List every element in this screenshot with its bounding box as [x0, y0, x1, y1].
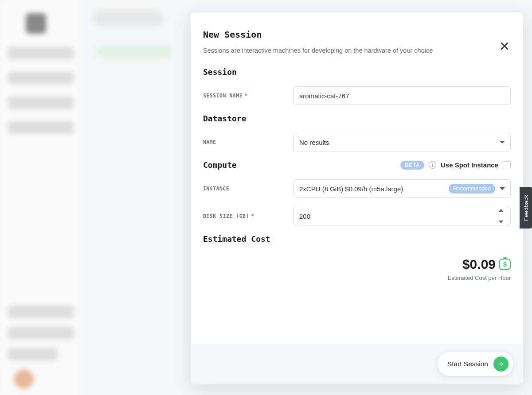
datastore-name-value: No results: [299, 139, 329, 146]
beta-badge: BETA: [400, 161, 424, 170]
session-name-field[interactable]: [299, 92, 505, 100]
estimated-cost-sub: Estimated Cost per Hour: [203, 275, 511, 281]
modal-title: New Session: [203, 29, 511, 40]
disk-size-label: DISK SIZE (GB): [203, 213, 293, 219]
datastore-name-label: NAME: [203, 139, 293, 145]
disk-size-value: 200: [299, 213, 310, 220]
instance-label: INSTANCE: [203, 186, 293, 192]
section-heading-datastore: Datastore: [203, 114, 511, 123]
section-heading-session: Session: [203, 67, 511, 77]
info-icon[interactable]: i: [429, 161, 436, 169]
session-name-label: SESSION NAME: [203, 93, 293, 99]
instance-select[interactable]: 2xCPU (8 GiB) $0.09/h (m5a.large) Recomm…: [293, 179, 511, 198]
stepper-up-icon[interactable]: [499, 209, 503, 212]
cost-meter-icon: $: [499, 259, 511, 270]
new-session-modal: New Session Sessions are interactive mac…: [191, 12, 523, 384]
disk-size-stepper[interactable]: [499, 209, 507, 223]
spot-instance-label: Use Spot Instance: [441, 161, 498, 169]
section-heading-cost: Estimated Cost: [203, 234, 511, 244]
start-session-label: Start Session: [447, 360, 488, 368]
recommended-badge: Recommended: [449, 184, 495, 194]
disk-size-input[interactable]: 200: [293, 207, 511, 225]
instance-value: 2xCPU (8 GiB) $0.09/h (m5a.large): [299, 185, 403, 193]
close-icon[interactable]: [499, 41, 510, 51]
spot-instance-checkbox[interactable]: [503, 161, 511, 169]
arrow-right-icon: [493, 356, 509, 372]
estimated-cost-value: $0.09: [462, 257, 496, 272]
section-heading-compute: Compute: [203, 160, 237, 170]
feedback-tab[interactable]: Feedback: [520, 187, 532, 228]
modal-subtitle: Sessions are interactive machines for de…: [203, 47, 511, 54]
modal-footer: Start Session: [191, 344, 523, 384]
stepper-down-icon[interactable]: [499, 221, 503, 223]
session-name-input[interactable]: [293, 86, 511, 105]
datastore-name-select[interactable]: No results: [293, 133, 511, 151]
start-session-button[interactable]: Start Session: [438, 352, 513, 376]
chevron-down-icon: [500, 187, 505, 190]
chevron-down-icon: [500, 141, 505, 143]
